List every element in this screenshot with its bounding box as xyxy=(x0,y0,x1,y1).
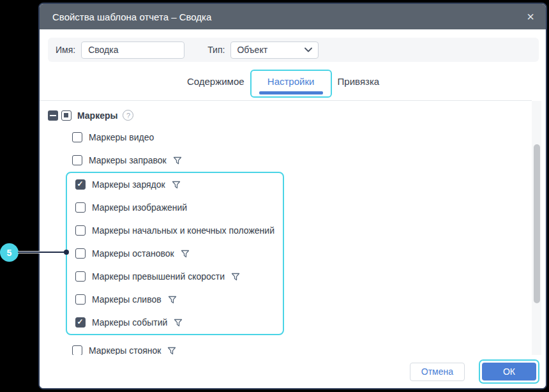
filter-icon[interactable] xyxy=(173,156,182,165)
scrollbar-thumb[interactable] xyxy=(534,144,540,303)
marker-label: Маркеры сливов xyxy=(92,294,162,305)
filter-icon[interactable] xyxy=(174,319,183,327)
markers-group-label: Маркеры xyxy=(77,110,117,121)
type-select[interactable]: Объект xyxy=(230,41,319,59)
markers-group-header: Маркеры ? xyxy=(40,105,546,126)
tab-settings-highlight-box: Настройки xyxy=(250,70,332,98)
markers-list: Маркеры ? Маркеры видеоМаркеры заправок … xyxy=(40,101,546,362)
marker-checkbox[interactable] xyxy=(75,225,86,236)
marker-checkbox[interactable] xyxy=(75,317,86,328)
tab-binding[interactable]: Привязка xyxy=(338,70,380,87)
filter-icon[interactable] xyxy=(168,296,177,304)
marker-item: Маркеры зарядок xyxy=(67,173,283,196)
filter-icon[interactable] xyxy=(231,273,240,281)
filter-icon[interactable] xyxy=(167,347,176,355)
marker-item: Маркеры событий xyxy=(67,311,283,334)
chevron-down-icon xyxy=(305,47,312,52)
dialog-titlebar: Свойства шаблона отчета – Сводка × xyxy=(40,4,546,29)
scrollbar-track[interactable] xyxy=(532,101,541,359)
name-label: Имя: xyxy=(56,45,75,55)
callout-line xyxy=(18,252,66,253)
template-form-row: Имя: Тип: Объект xyxy=(48,38,539,62)
report-template-properties-dialog: Свойства шаблона отчета – Сводка × Имя: … xyxy=(38,3,547,389)
type-select-value: Объект xyxy=(237,45,267,55)
marker-item: Маркеры начальных и конечных положений xyxy=(67,219,283,242)
marker-checkbox[interactable] xyxy=(75,202,86,213)
dialog-footer: Отмена ОК xyxy=(40,355,546,388)
marker-item: Маркеры видео xyxy=(40,126,546,149)
marker-item: Маркеры превышений скорости xyxy=(67,265,283,288)
type-label: Тип: xyxy=(207,45,225,55)
active-tab-underline xyxy=(259,91,323,94)
collapse-icon[interactable] xyxy=(48,110,58,121)
tab-settings[interactable]: Настройки xyxy=(266,76,316,87)
name-input[interactable] xyxy=(81,41,184,59)
marker-label: Маркеры заправок xyxy=(89,155,167,165)
help-icon[interactable]: ? xyxy=(123,110,133,121)
marker-checkbox[interactable] xyxy=(72,345,82,356)
marker-label: Маркеры остановок xyxy=(92,248,174,259)
marker-item: Маркеры сливов xyxy=(67,288,283,311)
marker-checkbox[interactable] xyxy=(72,132,82,142)
marker-label: Маркеры зарядок xyxy=(92,179,165,190)
filter-icon[interactable] xyxy=(181,250,190,258)
marker-label: Маркеры начальных и конечных положений xyxy=(92,225,274,236)
filter-icon[interactable] xyxy=(172,181,181,189)
ok-button[interactable]: ОК xyxy=(482,363,536,381)
marker-item: Маркеры изображений xyxy=(67,196,283,219)
markers-highlight-box: Маркеры зарядокМаркеры изображенийМаркер… xyxy=(66,172,284,335)
markers-items-top: Маркеры видеоМаркеры заправок xyxy=(40,126,546,172)
marker-label: Маркеры изображений xyxy=(92,202,187,213)
callout-step-badge: 5 xyxy=(0,243,19,262)
marker-checkbox[interactable] xyxy=(75,294,86,305)
ok-button-highlight-box: ОК xyxy=(479,359,539,384)
marker-checkbox[interactable] xyxy=(75,271,86,282)
marker-label: Маркеры превышений скорости xyxy=(92,271,225,282)
callout-dot xyxy=(64,250,69,255)
marker-checkbox[interactable] xyxy=(75,248,86,259)
marker-item: Маркеры остановок xyxy=(67,242,283,265)
marker-checkbox[interactable] xyxy=(75,179,86,190)
marker-checkbox[interactable] xyxy=(72,155,82,165)
close-icon[interactable]: × xyxy=(527,10,534,23)
marker-label: Маркеры событий xyxy=(92,317,167,328)
marker-label: Маркеры видео xyxy=(89,132,154,142)
marker-item: Маркеры заправок xyxy=(40,149,546,172)
marker-label: Маркеры стоянок xyxy=(89,345,161,356)
tab-bar: Содержимое Настройки Привязка xyxy=(40,70,527,100)
tab-content[interactable]: Содержимое xyxy=(187,70,244,87)
markers-group-checkbox[interactable] xyxy=(61,110,71,121)
dialog-title: Свойства шаблона отчета – Сводка xyxy=(52,11,211,22)
cancel-button[interactable]: Отмена xyxy=(410,363,465,381)
